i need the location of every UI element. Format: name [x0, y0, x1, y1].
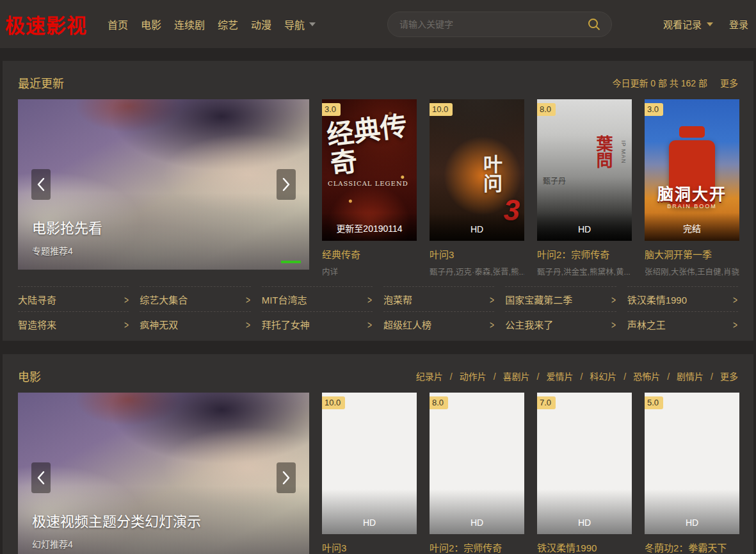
movie-title[interactable]: 叶问3: [322, 541, 417, 554]
category-horror[interactable]: 恐怖片: [616, 370, 660, 382]
chevron-right-icon: >: [733, 318, 737, 330]
quick-link[interactable]: 国家宝藏第二季>: [505, 286, 616, 311]
movie-categories: 纪录片 动作片 喜剧片 爱情片 科幻片 恐怖片 剧情片 更多: [416, 370, 738, 382]
quick-link[interactable]: 大陆寻奇>: [18, 286, 129, 311]
movie-cast: 内详: [322, 265, 417, 277]
movie-title[interactable]: 脑大洞开第一季: [645, 247, 739, 261]
movie-card[interactable]: 经典传奇 CLASSICAL LEGEND 3.0 更新至20190114 经典…: [322, 99, 417, 277]
category-romance[interactable]: 爱情片: [530, 370, 574, 382]
movie-card[interactable]: 叶问 3 10.0 HD 叶问3 甄子丹,迈克·泰森,张晋,熊...: [430, 99, 524, 277]
carousel-prev-button[interactable]: [31, 169, 51, 200]
nav-item-movies[interactable]: 电影: [141, 17, 161, 32]
recent-carousel[interactable]: 电影抢先看 专题推荐4: [18, 99, 309, 270]
poster-art-text: 经典传奇: [325, 111, 416, 179]
carousel-slide-subtitle: 专题推荐4: [32, 244, 102, 257]
quick-link[interactable]: 疯神无双>: [140, 311, 250, 336]
quick-link-label: 泡菜帮: [383, 293, 412, 306]
movie-title[interactable]: 冬荫功2：拳霸天下: [645, 541, 739, 554]
movie-card[interactable]: 5.0 HD 冬荫功2：拳霸天下: [645, 393, 739, 554]
status-overlay: 完结: [645, 213, 739, 241]
carousel-slide-title[interactable]: 电影抢先看: [32, 216, 102, 237]
movie-title[interactable]: 叶问2：宗师传奇: [430, 541, 524, 554]
movie-card[interactable]: 8.0 HD 叶问2：宗师传奇: [430, 393, 524, 554]
poster-art-text: 葉問: [591, 135, 615, 168]
nav-item-home[interactable]: 首页: [108, 17, 128, 32]
status-overlay: HD: [322, 489, 417, 534]
search-button[interactable]: [586, 16, 602, 33]
poster-art-text: 叶问: [477, 154, 505, 193]
quick-link[interactable]: 公主我来了>: [505, 311, 616, 336]
recent-more-link[interactable]: 更多: [720, 76, 738, 89]
status-overlay: HD: [430, 489, 524, 534]
movie-poster: 10.0 HD: [322, 393, 417, 534]
login-link[interactable]: 登录: [729, 17, 748, 31]
quick-link[interactable]: 铁汉柔情1990>: [627, 286, 738, 311]
movie-poster: 5.0 HD: [645, 393, 739, 534]
movie-cast: 甄子丹,洪金宝,熊黛林,黄...: [537, 265, 632, 277]
movie-card[interactable]: 7.0 HD 铁汉柔情1990: [537, 393, 632, 554]
movie-poster: 葉問 IP MAN 甄子丹 8.0 HD: [537, 99, 632, 241]
category-more[interactable]: 更多: [704, 370, 738, 382]
movie-card[interactable]: 10.0 HD 叶问3: [322, 393, 417, 554]
movie-card[interactable]: 脑洞大开 BRAIN BOOM 3.0 完结 脑大洞开第一季 张绍刚,大张伟,王…: [645, 99, 739, 277]
quick-link[interactable]: 拜托了女神>: [262, 311, 373, 336]
movies-carousel[interactable]: 极速视频主题分类幻灯演示 幻灯推荐4: [18, 393, 309, 554]
main-nav: 首页 电影 连续剧 综艺 动漫 导航: [108, 17, 316, 32]
movie-title[interactable]: 叶问3: [430, 247, 524, 261]
carousel-caption: 电影抢先看 专题推荐4: [32, 216, 102, 257]
category-action[interactable]: 动作片: [443, 370, 487, 382]
quick-link[interactable]: 泡菜帮>: [383, 286, 494, 311]
quick-link[interactable]: 智造将来>: [18, 311, 129, 336]
search-input[interactable]: [399, 19, 586, 29]
category-scifi[interactable]: 科幻片: [573, 370, 616, 382]
nav-item-anime[interactable]: 动漫: [251, 17, 271, 32]
chevron-right-icon: >: [733, 293, 737, 306]
rating-badge: 8.0: [430, 396, 448, 409]
status-overlay: HD: [645, 489, 739, 534]
category-drama[interactable]: 剧情片: [660, 370, 704, 382]
carousel-active-indicator[interactable]: [281, 261, 301, 263]
poster-art-subtext: CLASSICAL LEGEND: [328, 180, 408, 187]
quick-link-label: 大陆寻奇: [18, 293, 56, 306]
carousel-next-button[interactable]: [277, 462, 296, 493]
nav-item-variety[interactable]: 综艺: [218, 17, 238, 32]
carousel-slide-subtitle: 幻灯推荐4: [32, 537, 201, 550]
movie-cast: 甄子丹,迈克·泰森,张晋,熊...: [430, 265, 524, 277]
page: 极速影视 首页 电影 连续剧 综艺 动漫 导航: [0, 0, 756, 554]
movies-section-header: 电影 纪录片 动作片 喜剧片 爱情片 科幻片 恐怖片 剧情片 更多: [3, 354, 753, 384]
rating-badge: 7.0: [537, 396, 556, 409]
rating-badge: 8.0: [537, 103, 556, 116]
poster-art-subtext: IP MAN: [620, 140, 627, 164]
chevron-right-icon: >: [611, 318, 616, 330]
movie-title[interactable]: 铁汉柔情1990: [537, 541, 632, 554]
quick-link[interactable]: 声林之王>: [627, 311, 738, 336]
quick-link-label: 国家宝藏第二季: [505, 293, 572, 306]
movie-title[interactable]: 叶问2：宗师传奇: [537, 247, 632, 261]
chevron-left-icon: [36, 471, 45, 485]
category-comedy[interactable]: 喜剧片: [487, 370, 530, 382]
category-documentary[interactable]: 纪录片: [416, 370, 443, 382]
movie-cast: 张绍刚,大张伟,王自健,肖骁: [645, 265, 739, 277]
status-overlay: HD: [430, 213, 524, 241]
nav-dropdown-navigation[interactable]: 导航: [284, 17, 316, 32]
recent-section-header: 最近更新 今日更新 0 部 共 162 部 更多: [3, 61, 753, 91]
quick-link[interactable]: 综艺大集合>: [140, 286, 250, 311]
chevron-right-icon: >: [367, 293, 372, 306]
movie-poster: 7.0 HD: [537, 393, 632, 534]
quick-link[interactable]: 超级红人榜>: [383, 311, 494, 336]
quick-link-label: 综艺大集合: [140, 293, 188, 306]
site-logo[interactable]: 极速影视: [5, 10, 87, 38]
movie-card[interactable]: 葉問 IP MAN 甄子丹 8.0 HD 叶问2：宗师传奇 甄子丹,洪金宝,熊黛…: [537, 99, 632, 277]
movies-section: 电影 纪录片 动作片 喜剧片 爱情片 科幻片 恐怖片 剧情片 更多: [3, 354, 753, 554]
status-overlay: 更新至20190114: [322, 213, 417, 241]
quick-link[interactable]: MIT台湾志>: [262, 286, 373, 311]
quick-link-label: 超级红人榜: [383, 318, 431, 331]
carousel-next-button[interactable]: [277, 169, 296, 200]
carousel-prev-button[interactable]: [31, 462, 51, 493]
carousel-slide-title[interactable]: 极速视频主题分类幻灯演示: [32, 510, 201, 530]
nav-item-series[interactable]: 连续剧: [174, 17, 205, 32]
quick-link-label: 声林之王: [627, 318, 666, 331]
movie-title[interactable]: 经典传奇: [322, 247, 417, 261]
watch-history-dropdown[interactable]: 观看记录: [663, 17, 713, 31]
chevron-down-icon: [309, 22, 316, 26]
